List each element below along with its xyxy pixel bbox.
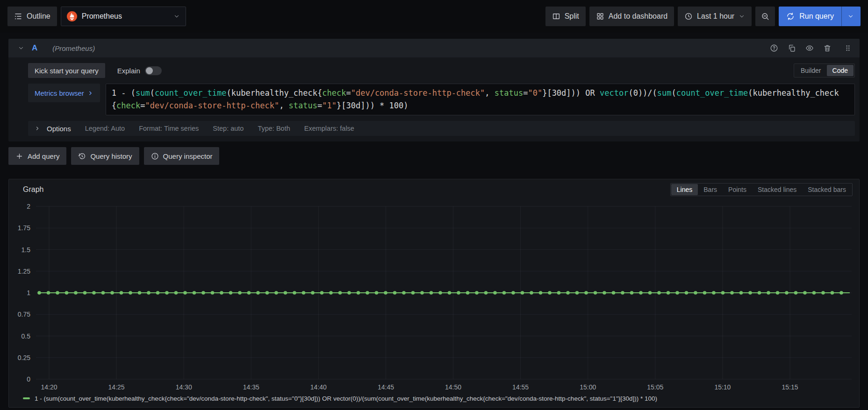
editor-mode-code[interactable]: Code [827, 65, 854, 76]
info-circle-icon [151, 152, 159, 160]
query-help-button[interactable] [770, 44, 778, 52]
series-point [211, 291, 215, 295]
x-axis-tick-label: 15:10 [714, 383, 731, 391]
y-axis-tick-label: 0.25 [18, 354, 30, 361]
x-axis-tick-label: 14:30 [176, 383, 192, 391]
history-icon [78, 152, 86, 160]
query-datasource-hint: (Prometheus) [52, 44, 95, 52]
series-point [457, 291, 460, 295]
series-point [183, 291, 187, 295]
legend-series-swatch[interactable] [23, 397, 30, 399]
chevron-down-icon [173, 13, 180, 20]
series-point [193, 291, 196, 295]
toolbar-right: Split Add to dashboard Last 1 hour [545, 7, 861, 26]
drag-query-handle[interactable] [844, 44, 852, 52]
query-input-row: Metrics browser 1 - (sum(count_over_time… [28, 84, 855, 115]
chevron-down-icon [18, 45, 24, 51]
series-point [493, 291, 497, 295]
promql-code-editor[interactable]: 1 - (sum(count_over_time(kuberhealthy_ch… [106, 84, 855, 115]
graph-style-points[interactable]: Points [723, 184, 752, 195]
time-range-picker[interactable]: Last 1 hour [678, 7, 752, 26]
timeseries-chart[interactable]: 21.751.51.2510.750.50.25014:2014:2514:30… [9, 200, 859, 393]
series-point [156, 291, 160, 295]
series-point [484, 291, 488, 295]
kick-start-query-button[interactable]: Kick start your query [28, 63, 105, 78]
series-point [302, 291, 306, 295]
series-point [603, 291, 606, 295]
series-point [438, 291, 442, 295]
series-point [256, 291, 260, 295]
series-point [101, 291, 105, 295]
series-point [201, 291, 205, 295]
duplicate-query-button[interactable] [788, 44, 796, 52]
graph-style-stacked-bars[interactable]: Stacked bars [802, 184, 852, 195]
x-axis-tick-label: 14:20 [41, 383, 57, 391]
x-axis-tick-label: 14:40 [310, 383, 327, 391]
graph-style-lines[interactable]: Lines [671, 184, 698, 195]
add-query-button[interactable]: Add query [8, 147, 66, 165]
y-axis-tick-label: 0.5 [22, 332, 31, 340]
series-point [56, 291, 59, 295]
series-point [739, 291, 743, 295]
run-query-button[interactable]: Run query [779, 7, 861, 26]
query-editor-toolbar: Kick start your query Explain Builder Co… [28, 63, 855, 78]
series-point [776, 291, 780, 295]
outline-label: Outline [27, 12, 50, 21]
series-point [65, 291, 69, 295]
editor-mode-builder[interactable]: Builder [795, 65, 827, 76]
series-point [621, 291, 624, 295]
clock-icon [684, 12, 693, 21]
legend-series-label[interactable]: 1 - (sum(count_over_time(kuberhealthy_ch… [35, 395, 657, 402]
metrics-browser-button[interactable]: Metrics browser [28, 84, 100, 102]
timeseries-chart-area[interactable]: 21.751.51.2510.750.50.25014:2014:2514:30… [9, 200, 859, 393]
query-ref-id: A [32, 43, 37, 53]
collapse-query-button[interactable] [16, 43, 26, 53]
graph-style-bars[interactable]: Bars [698, 184, 723, 195]
help-circle-icon [770, 44, 778, 52]
query-inspector-button[interactable]: Query inspector [144, 147, 220, 165]
series-point [174, 291, 178, 295]
series-point [575, 291, 579, 295]
add-to-dashboard-button[interactable]: Add to dashboard [589, 7, 674, 26]
series-point [539, 291, 543, 295]
toggle-query-visibility-button[interactable] [805, 44, 814, 52]
series-point [584, 291, 588, 295]
query-history-button[interactable]: Query history [71, 147, 139, 165]
split-button[interactable]: Split [545, 7, 586, 26]
series-point [758, 291, 761, 295]
series-point [229, 291, 233, 295]
series-point [74, 291, 78, 295]
datasource-picker[interactable]: Prometheus [61, 7, 186, 26]
outline-button[interactable]: Outline [7, 7, 57, 26]
metrics-browser-label: Metrics browser [35, 89, 84, 97]
split-icon [552, 12, 560, 21]
series-point [785, 291, 789, 295]
series-point [165, 291, 169, 295]
query-option-item: Format: Time series [139, 125, 199, 132]
plus-icon [15, 152, 23, 160]
series-point [748, 291, 752, 295]
series-point [694, 291, 697, 295]
series-point [430, 291, 433, 295]
series-point [366, 291, 369, 295]
y-axis-tick-label: 0 [27, 375, 30, 383]
query-editor-panel: A (Prometheus) [8, 39, 860, 141]
query-options-row[interactable]: Options Legend: AutoFormat: Time seriesS… [28, 121, 855, 136]
series-point [630, 291, 634, 295]
query-editor-body: Kick start your query Explain Builder Co… [8, 57, 860, 141]
explain-toggle[interactable] [145, 66, 162, 75]
series-point [393, 291, 397, 295]
series-point [648, 291, 652, 295]
series-point [667, 291, 670, 295]
graph-style-stacked-lines[interactable]: Stacked lines [752, 184, 802, 195]
remove-query-button[interactable] [823, 44, 832, 52]
explain-label: Explain [117, 67, 140, 75]
run-query-dropdown[interactable] [841, 7, 858, 26]
zoom-out-button[interactable] [755, 7, 775, 26]
series-point [320, 291, 324, 295]
drag-handle-icon [844, 44, 852, 52]
series-point [730, 291, 734, 295]
x-axis-tick-label: 14:25 [108, 383, 125, 391]
series-point [329, 291, 333, 295]
graph-legend: 1 - (sum(count_over_time(kuberhealthy_ch… [9, 393, 859, 407]
